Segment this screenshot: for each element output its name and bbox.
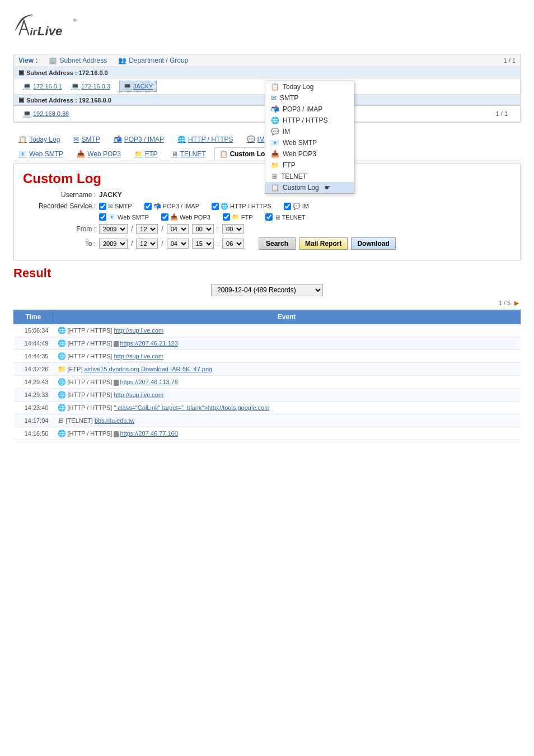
- menu-item-http[interactable]: 🌐 HTTP / HTTPS: [265, 115, 354, 126]
- event-link[interactable]: https://207.46.77.160: [114, 430, 177, 437]
- menu-item-im[interactable]: 💬 IM: [265, 126, 354, 137]
- service-checkbox-ftp[interactable]: 📁 FTP: [223, 213, 253, 221]
- subnet-item-172-16-0-3[interactable]: 💻 172.16.0.3: [71, 81, 110, 92]
- from-day[interactable]: 04: [167, 224, 189, 234]
- tab-web-smtp[interactable]: 📧 Web SMTP: [13, 147, 72, 161]
- checkbox-im[interactable]: [284, 203, 291, 210]
- mail-report-button[interactable]: Mail Report: [299, 237, 348, 250]
- download-button[interactable]: Download: [351, 237, 395, 250]
- logo-area: ir Live ®: [0, 0, 534, 48]
- tab-web-pop3-icon: 📥: [77, 150, 85, 158]
- http-icon: 🌐: [271, 116, 279, 124]
- to-minute[interactable]: 06: [222, 239, 244, 249]
- menu-item-today-log[interactable]: 📋 Today Log: [265, 81, 354, 92]
- checkbox-web-pop3[interactable]: [161, 213, 168, 221]
- time-cell: 14:37:26: [14, 363, 53, 376]
- checkbox-ftp[interactable]: [223, 213, 230, 221]
- to-year[interactable]: 2009: [99, 239, 128, 249]
- menu-item-custom-log[interactable]: 📋 Custom Log ☛: [265, 182, 354, 193]
- tab-ftp-icon: 📁: [134, 150, 143, 158]
- result-table: Time Event 15:06:34 🌐 [HTTP / HTTPS] htt…: [13, 310, 521, 440]
- event-link[interactable]: " class="ColLink" target="_blank">http:/…: [114, 404, 269, 411]
- menu-item-web-pop3[interactable]: 📥 Web POP3: [265, 148, 354, 160]
- subnet-collapse-icon[interactable]: ▣: [18, 69, 24, 76]
- to-row: To : 2009 / 12 / 04 15 : 06 Search Mail …: [23, 237, 511, 250]
- to-day[interactable]: 04: [167, 239, 189, 249]
- table-row: 14:23:40 🌐 [HTTP / HTTPS] " class="ColLi…: [14, 402, 521, 414]
- service-checkbox-telnet[interactable]: 🖥 TELNET: [265, 213, 306, 221]
- subnet-item-jacky[interactable]: 💻 JACKY: [119, 81, 157, 92]
- telnet-icon-small: 🖥: [274, 214, 280, 221]
- from-year[interactable]: 2009: [99, 224, 128, 234]
- http-row-icon: 🌐: [58, 391, 66, 399]
- http-row-icon: 🌐: [58, 326, 66, 334]
- menu-item-web-smtp[interactable]: 📧 Web SMTP: [265, 137, 354, 148]
- tab-smtp[interactable]: ✉ SMTP: [68, 133, 108, 146]
- date-record-select[interactable]: 2009-12-04 (489 Records): [211, 284, 323, 296]
- col-event: Event: [53, 310, 521, 324]
- checkbox-web-smtp[interactable]: [99, 213, 106, 221]
- page-info: 1 / 5: [499, 300, 510, 306]
- recorded-service-label: Recorded Service :: [23, 202, 96, 210]
- to-month[interactable]: 12: [136, 239, 158, 249]
- subnet-header-172: ▣ Subnet Address : 172.16.0.0: [14, 67, 520, 78]
- menu-item-telnet[interactable]: 🖥 TELNET: [265, 171, 354, 182]
- event-type: [FTP]: [68, 366, 83, 372]
- col-time: Time: [14, 310, 53, 324]
- menu-item-ftp[interactable]: 📁 FTP: [265, 160, 354, 171]
- menu-item-smtp[interactable]: ✉ SMTP: [265, 92, 354, 104]
- event-cell: 🌐 [HTTP / HTTPS] http://sup.live.com: [53, 389, 521, 402]
- telnet-icon: 🖥: [271, 172, 278, 180]
- im-icon: 💬: [271, 128, 279, 136]
- to-hour[interactable]: 15: [192, 239, 214, 249]
- event-link[interactable]: http://sup.live.com: [114, 353, 163, 360]
- svg-text:Live: Live: [38, 24, 63, 38]
- service-checkbox-im[interactable]: 💬 IM: [284, 203, 309, 210]
- tab-pop3[interactable]: 📬 POP3 / IMAP: [109, 133, 172, 146]
- service-checkbox-smtp[interactable]: ✉ SMTP: [99, 203, 132, 210]
- event-link[interactable]: https://207.46.113.78: [114, 379, 177, 385]
- tab-http[interactable]: 🌐 HTTP / HTTPS: [172, 133, 241, 146]
- top-page-count2: 1 / 1: [493, 108, 511, 119]
- from-minute[interactable]: 00: [222, 224, 244, 234]
- service-checkbox-pop3[interactable]: 📬 POP3 / IMAP: [144, 203, 199, 210]
- event-cell: 🌐 [HTTP / HTTPS] https://207.46.21.123: [53, 337, 521, 350]
- time-cell: 14:44:35: [14, 350, 53, 363]
- event-link[interactable]: https://207.46.21.123: [114, 340, 177, 347]
- tab-today-log[interactable]: 📋 Today Log: [13, 133, 68, 146]
- tab-telnet[interactable]: 🖥 TELNET: [166, 147, 214, 161]
- checkbox-telnet[interactable]: [265, 213, 273, 221]
- search-button[interactable]: Search: [259, 237, 296, 250]
- event-link[interactable]: http://sup.live.com: [114, 391, 163, 398]
- menu-item-pop3[interactable]: 📬 POP3 / IMAP: [265, 104, 354, 115]
- subnet-collapse-icon-2[interactable]: ▣: [18, 96, 24, 104]
- next-page-arrow[interactable]: ►: [513, 298, 521, 307]
- from-month[interactable]: 12: [136, 224, 158, 234]
- event-cell: 🌐 [HTTP / HTTPS] http://sup.live.com: [53, 324, 521, 337]
- event-link[interactable]: airlive15.dyndns.org Download IAR-5K_47.…: [85, 366, 213, 372]
- department-group-tab[interactable]: 👥 Department / Group: [118, 57, 188, 64]
- checkbox-pop3[interactable]: [144, 203, 152, 210]
- event-cell: 🖥 [TELNET] bbs.ntu.edu.tw: [53, 414, 521, 427]
- from-hour[interactable]: 00: [192, 224, 214, 234]
- checkbox-http[interactable]: [212, 203, 219, 210]
- subnet-address-tab[interactable]: 🏢 Subnet Address: [49, 57, 107, 64]
- table-row: 14:44:35 🌐 [HTTP / HTTPS] http://sup.liv…: [14, 350, 521, 363]
- result-title: Result: [13, 266, 521, 281]
- tab-telnet-icon: 🖥: [171, 150, 178, 158]
- service-checkbox-web-pop3[interactable]: 📥 Web POP3: [161, 213, 210, 221]
- tab-ftp[interactable]: 📁 FTP: [129, 147, 166, 161]
- subnet-item-172-16-0-1[interactable]: 💻 172.16.0.1: [23, 81, 62, 92]
- lock-icon: [114, 341, 119, 347]
- tab-web-pop3[interactable]: 📥 Web POP3: [72, 147, 129, 161]
- subnet-item-jacky-container: 💻 JACKY 📋 Today Log ✉ SMTP 📬 POP3 / IMAP: [119, 81, 157, 92]
- checkbox-smtp[interactable]: [99, 203, 106, 210]
- today-log-icon: 📋: [271, 83, 279, 91]
- service-checkbox-http[interactable]: 🌐 HTTP / HTTPS: [212, 203, 271, 210]
- host-icon-4: 💻: [23, 110, 31, 118]
- event-link[interactable]: bbs.ntu.edu.tw: [95, 417, 135, 424]
- toolbar: View : 🏢 Subnet Address 👥 Department / G…: [14, 54, 520, 67]
- event-link[interactable]: http://sup.live.com: [114, 327, 163, 334]
- subnet-item-192-168-0-38[interactable]: 💻 192.168.0.38: [23, 108, 69, 119]
- service-checkbox-web-smtp[interactable]: 📧 Web SMTP: [99, 213, 149, 221]
